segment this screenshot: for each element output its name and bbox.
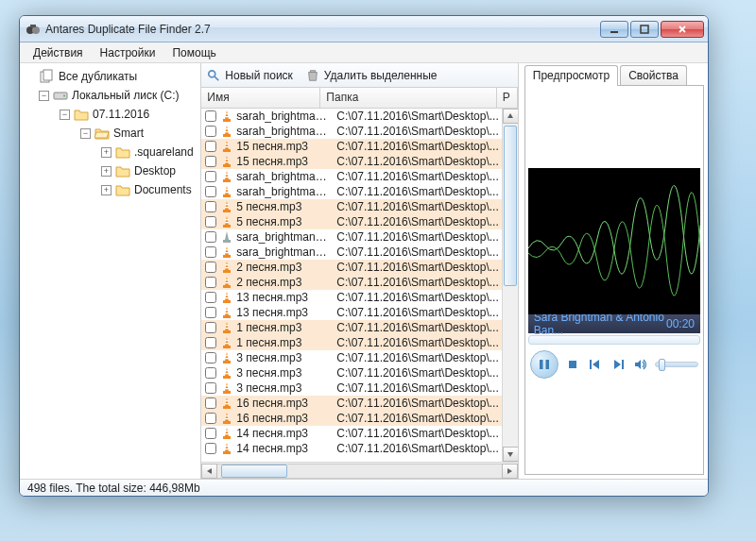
collapse-icon[interactable]: −	[80, 128, 91, 139]
file-name: 14 песня.mp3	[236, 442, 331, 455]
table-row[interactable]: 2 песня.mp3C:\07.11.2016\Smart\Desktop\.…	[201, 260, 517, 275]
scroll-thumb[interactable]	[504, 126, 517, 286]
row-checkbox[interactable]	[205, 352, 216, 363]
row-checkbox[interactable]	[205, 246, 216, 258]
row-checkbox[interactable]	[205, 262, 216, 273]
hscroll-thumb[interactable]	[221, 465, 287, 478]
row-checkbox[interactable]	[205, 141, 216, 152]
table-row[interactable]: sarah_brightman_-...C:\07.11.2016\Smart\…	[201, 184, 517, 199]
table-row[interactable]: 2 песня.mp3C:\07.11.2016\Smart\Desktop\.…	[201, 275, 517, 290]
play-pause-button[interactable]	[530, 350, 558, 379]
row-checkbox[interactable]	[205, 367, 216, 379]
vlc-icon	[220, 351, 233, 364]
row-checkbox[interactable]	[205, 292, 216, 303]
table-row[interactable]: 3 песня.mp3C:\07.11.2016\Smart\Desktop\.…	[201, 350, 517, 365]
vlc-icon	[220, 140, 233, 153]
tab-preview[interactable]: Предпросмотр	[524, 65, 618, 86]
table-row[interactable]: 16 песня.mp3C:\07.11.2016\Smart\Desktop\…	[201, 396, 517, 411]
scroll-left-button[interactable]	[201, 464, 217, 479]
prev-button[interactable]	[587, 356, 604, 373]
menu-settings[interactable]: Настройки	[93, 44, 163, 61]
new-search-button[interactable]: Новый поиск	[207, 69, 293, 82]
tree-folder-desktop[interactable]: + Desktop	[22, 161, 198, 180]
expand-icon[interactable]: +	[101, 147, 112, 158]
table-row[interactable]: 5 песня.mp3C:\07.11.2016\Smart\Desktop\.…	[201, 199, 517, 214]
scroll-right-button[interactable]	[502, 464, 518, 479]
expand-icon[interactable]: +	[101, 166, 112, 177]
table-row[interactable]: 5 песня.mp3C:\07.11.2016\Smart\Desktop\.…	[201, 214, 517, 229]
scroll-up-button[interactable]	[503, 109, 518, 124]
tab-properties[interactable]: Свойства	[620, 65, 687, 86]
expand-icon[interactable]: +	[101, 185, 112, 195]
svg-rect-61	[223, 376, 231, 379]
row-checkbox[interactable]	[205, 307, 216, 318]
row-checkbox[interactable]	[205, 413, 216, 424]
row-checkbox[interactable]	[205, 171, 216, 182]
table-row[interactable]: 13 песня.mp3C:\07.11.2016\Smart\Desktop\…	[201, 305, 517, 320]
row-checkbox[interactable]	[205, 337, 216, 348]
table-row[interactable]: 15 песня.mp3C:\07.11.2016\Smart\Desktop\…	[201, 139, 517, 154]
volume-slider[interactable]	[655, 362, 698, 367]
row-checkbox[interactable]	[205, 428, 216, 439]
vertical-scrollbar[interactable]	[502, 109, 518, 462]
table-row[interactable]: 15 песня.mp3C:\07.11.2016\Smart\Desktop\…	[201, 154, 517, 169]
player-controls	[528, 348, 700, 380]
tree-folder-date[interactable]: − 07.11.2016	[22, 105, 198, 124]
svg-rect-81	[569, 361, 576, 368]
seek-bar[interactable]	[528, 335, 700, 345]
vlc-icon	[220, 397, 233, 410]
row-checkbox[interactable]	[205, 126, 216, 137]
tree-root[interactable]: Все дубликаты	[22, 67, 198, 86]
table-row[interactable]: sara_brightman_an...C:\07.11.2016\Smart\…	[201, 229, 517, 245]
row-checkbox[interactable]	[205, 397, 216, 409]
table-row[interactable]: sarah_brightman_-...C:\07.11.2016\Smart\…	[201, 169, 517, 184]
scroll-track[interactable]	[503, 124, 518, 447]
col-name[interactable]: Имя	[201, 88, 320, 108]
col-folder[interactable]: Папка	[320, 88, 496, 108]
tree-disk-label: Локальный лиск (C:)	[72, 89, 180, 102]
tree-folder-documents[interactable]: + Documents	[22, 180, 198, 199]
row-checkbox[interactable]	[205, 110, 216, 122]
table-row[interactable]: 1 песня.mp3C:\07.11.2016\Smart\Desktop\.…	[201, 335, 517, 350]
collapse-icon[interactable]: −	[39, 91, 49, 101]
titlebar[interactable]: Antares Duplicate File Finder 2.7	[20, 16, 708, 42]
row-checkbox[interactable]	[205, 322, 216, 333]
row-checkbox[interactable]	[205, 382, 216, 394]
hscroll-track[interactable]	[217, 464, 501, 479]
row-checkbox[interactable]	[205, 231, 216, 243]
tree-folder-squareland[interactable]: + .squareland	[22, 143, 198, 161]
table-row[interactable]: 3 песня.mp3C:\07.11.2016\Smart\Desktop\.…	[201, 365, 517, 380]
row-checkbox[interactable]	[205, 201, 216, 212]
table-row[interactable]: sarah_brightman_-...C:\07.11.2016\Smart\…	[201, 124, 517, 139]
table-row[interactable]: 14 песня.mp3C:\07.11.2016\Smart\Desktop\…	[201, 441, 517, 456]
col-size[interactable]: Р	[497, 88, 518, 108]
row-checkbox[interactable]	[205, 277, 216, 288]
menu-actions[interactable]: Действия	[26, 44, 91, 61]
tree-disk[interactable]: − Локальный лиск (C:)	[22, 86, 198, 105]
table-row[interactable]: 3 песня.mp3C:\07.11.2016\Smart\Desktop\.…	[201, 380, 517, 396]
table-row[interactable]: 13 песня.mp3C:\07.11.2016\Smart\Desktop\…	[201, 290, 517, 305]
stop-button[interactable]	[564, 356, 581, 373]
row-checkbox[interactable]	[205, 216, 216, 228]
menu-help[interactable]: Помощь	[164, 44, 223, 61]
minimize-button[interactable]	[600, 21, 628, 38]
tree-folder-smart[interactable]: − Smart	[22, 124, 198, 143]
row-checkbox[interactable]	[205, 443, 216, 454]
scroll-down-button[interactable]	[503, 447, 518, 462]
table-row[interactable]: sarah_brightman_-...C:\07.11.2016\Smart\…	[201, 109, 517, 124]
horizontal-scrollbar[interactable]	[201, 462, 517, 479]
delete-selected-button[interactable]: Удалить выделенные	[306, 69, 438, 82]
row-checkbox[interactable]	[205, 186, 216, 197]
table-row[interactable]: sara_brightman_an...C:\07.11.2016\Smart\…	[201, 245, 517, 260]
collapse-icon[interactable]: −	[60, 110, 70, 120]
svg-rect-23	[225, 161, 229, 162]
table-row[interactable]: 1 песня.mp3C:\07.11.2016\Smart\Desktop\.…	[201, 320, 517, 335]
volume-thumb[interactable]	[659, 359, 665, 371]
next-button[interactable]	[610, 356, 627, 373]
table-row[interactable]: 14 песня.mp3C:\07.11.2016\Smart\Desktop\…	[201, 426, 517, 441]
row-checkbox[interactable]	[205, 156, 216, 167]
maximize-button[interactable]	[630, 21, 659, 38]
volume-icon[interactable]	[632, 356, 649, 373]
close-button[interactable]	[661, 21, 704, 38]
table-row[interactable]: 16 песня.mp3C:\07.11.2016\Smart\Desktop\…	[201, 411, 517, 426]
